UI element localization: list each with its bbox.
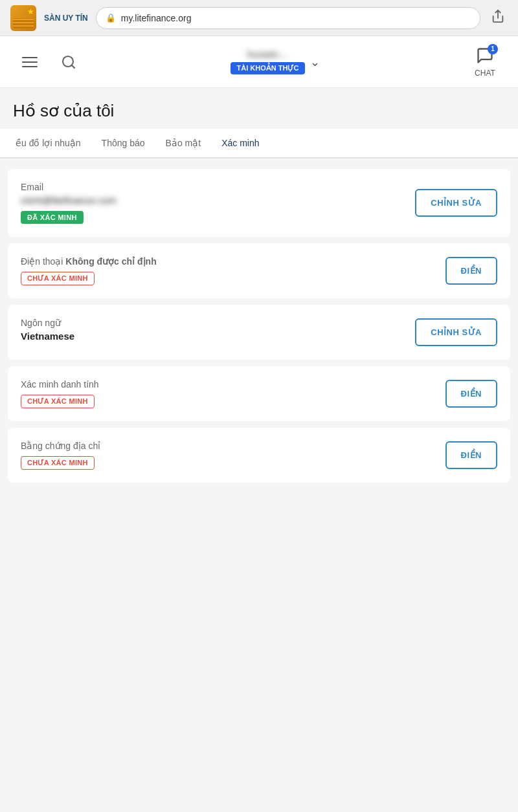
tab-notifications[interactable]: Thông báo [91, 129, 155, 159]
url-text: my.litefinance.org [121, 13, 192, 23]
email-edit-button[interactable]: CHỈNH SỬA [415, 189, 497, 217]
phone-unverified-badge: CHƯA XÁC MINH [21, 272, 95, 285]
language-card: Ngôn ngữ Vietnamese CHỈNH SỬA [8, 305, 510, 360]
app-header: hussein.... TÀI KHOẢN THỰC ⌄ 1 CHAT [0, 36, 518, 88]
account-type-badge: TÀI KHOẢN THỰC [231, 62, 306, 74]
identity-card-left: Xác minh danh tính CHƯA XÁC MINH [21, 379, 435, 408]
email-card-inner: Email minh@litefinance.com ĐÃ XÁC MINH C… [8, 169, 510, 237]
tabs-bar: ều đồ lợi nhuận Thông báo Bảo mật Xác mi… [0, 129, 518, 159]
phone-card-left: Điện thoại Không được chỉ định CHƯA XÁC … [21, 256, 435, 285]
trusted-label: SÀN UY TÍN [44, 14, 88, 23]
email-value: minh@litefinance.com [21, 195, 405, 206]
page-title-area: Hồ sơ của tôi [0, 88, 518, 129]
browser-chrome: ★ SÀN UY TÍN 🔒 my.litefinance.org [0, 0, 518, 36]
tab-profit-chart[interactable]: ều đồ lợi nhuận [5, 129, 91, 159]
phone-label: Điện thoại [21, 256, 63, 267]
address-card-right: ĐIỀN [445, 441, 497, 469]
address-unverified-badge: CHƯA XÁC MINH [21, 456, 95, 470]
page-title: Hồ sơ của tôi [13, 101, 505, 121]
address-fill-button[interactable]: ĐIỀN [445, 441, 497, 469]
language-card-right: CHỈNH SỬA [415, 318, 497, 346]
language-card-left: Ngôn ngữ Vietnamese [21, 318, 405, 347]
tab-verification[interactable]: Xác minh [211, 129, 269, 159]
language-value: Vietnamese [21, 331, 405, 342]
phone-card-right: ĐIỀN [445, 257, 497, 285]
identity-label: Xác minh danh tính [21, 379, 435, 390]
address-label: Bằng chứng địa chỉ [21, 441, 435, 451]
email-card-left: Email minh@litefinance.com ĐÃ XÁC MINH [21, 182, 405, 224]
search-icon [61, 54, 76, 70]
phone-card-inner: Điện thoại Không được chỉ định CHƯA XÁC … [8, 243, 510, 298]
browser-logo: ★ [10, 5, 36, 31]
address-card: Bằng chứng địa chỉ CHƯA XÁC MINH ĐIỀN [8, 428, 510, 483]
email-card: Email minh@litefinance.com ĐÃ XÁC MINH C… [8, 169, 510, 237]
account-name: hussein.... [231, 49, 306, 60]
email-label: Email [21, 182, 405, 192]
tab-security[interactable]: Bảo mật [155, 129, 212, 159]
chat-label: CHAT [475, 69, 495, 78]
verification-cards: Email minh@litefinance.com ĐÃ XÁC MINH C… [0, 159, 518, 499]
phone-value: Không được chỉ định [65, 256, 156, 267]
search-button[interactable] [49, 36, 88, 88]
phone-label-row: Điện thoại Không được chỉ định [21, 256, 435, 267]
chevron-down-icon: ⌄ [310, 55, 320, 69]
share-button[interactable] [488, 6, 508, 29]
star-icon: ★ [27, 7, 34, 16]
email-verified-badge: ĐÃ XÁC MINH [21, 211, 84, 224]
menu-button[interactable] [10, 36, 49, 88]
chat-badge: 1 [488, 44, 498, 54]
chat-button[interactable]: 1 CHAT [462, 36, 508, 88]
address-card-left: Bằng chứng địa chỉ CHƯA XÁC MINH [21, 441, 435, 470]
page-content: Hồ sơ của tôi ều đồ lợi nhuận Thông báo … [0, 88, 518, 812]
language-edit-button[interactable]: CHỈNH SỬA [415, 318, 497, 346]
language-label: Ngôn ngữ [21, 318, 405, 328]
language-card-inner: Ngôn ngữ Vietnamese CHỈNH SỬA [8, 305, 510, 360]
identity-unverified-badge: CHƯA XÁC MINH [21, 395, 95, 408]
email-card-right: CHỈNH SỬA [415, 189, 497, 217]
identity-card: Xác minh danh tính CHƯA XÁC MINH ĐIỀN [8, 366, 510, 421]
phone-fill-button[interactable]: ĐIỀN [445, 257, 497, 285]
hamburger-icon [22, 57, 38, 67]
phone-card: Điện thoại Không được chỉ định CHƯA XÁC … [8, 243, 510, 298]
identity-fill-button[interactable]: ĐIỀN [445, 380, 497, 408]
identity-card-inner: Xác minh danh tính CHƯA XÁC MINH ĐIỀN [8, 366, 510, 421]
lock-icon: 🔒 [106, 13, 116, 23]
svg-line-2 [72, 65, 74, 67]
account-selector[interactable]: hussein.... TÀI KHOẢN THỰC ⌄ [88, 36, 462, 88]
address-bar[interactable]: 🔒 my.litefinance.org [96, 7, 480, 29]
identity-card-right: ĐIỀN [445, 380, 497, 408]
address-card-inner: Bằng chứng địa chỉ CHƯA XÁC MINH ĐIỀN [8, 428, 510, 483]
